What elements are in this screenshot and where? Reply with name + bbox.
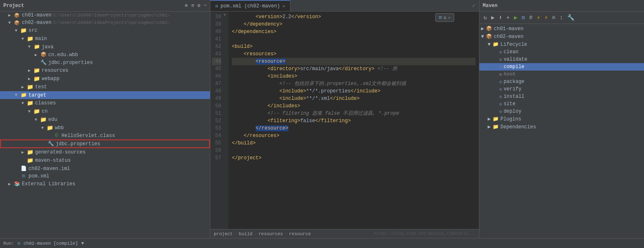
maven-plugins-label: Plugins <box>500 116 521 122</box>
tree-item-ch01-maven[interactable]: ▶ 📦 ch01-maven C:\Users\26090\IdeaProjec… <box>0 12 210 19</box>
tree-item-target[interactable]: ▼ 📁 target <box>0 91 210 99</box>
tree-item-jdbc-props-src[interactable]: 🔧 jdbc.properties <box>0 59 210 66</box>
jdbc-properties-target-icon: 🔧 <box>47 141 54 147</box>
maven-refresh-btn[interactable]: ↻ <box>483 13 488 22</box>
maven-label: ch01-maven <box>494 26 524 32</box>
tree-item-wbb[interactable]: ▼ 📁 wbb <box>0 124 210 132</box>
maven-align-btn[interactable]: ≡ <box>551 14 556 22</box>
maven-gear-install: ⚙ <box>499 94 502 99</box>
minimize-icon[interactable]: — <box>204 2 207 9</box>
tree-item-src[interactable]: ▼ 📁 src <box>0 26 210 35</box>
tree-item-java[interactable]: ▼ 📁 java <box>0 43 210 51</box>
edu-folder-icon: 📁 <box>40 116 47 123</box>
run-arrow[interactable]: ▼ <box>81 241 84 246</box>
code-line-54: </resources> <box>232 132 476 139</box>
breadcrumb-resource[interactable]: resource <box>289 231 311 236</box>
maven-label-2: ch02-maven <box>494 34 524 40</box>
editor-breadcrumb: project › build › resources › resource h… <box>210 229 479 238</box>
code-editor[interactable]: <version>2.2</version> </dependency> </d… <box>229 12 479 229</box>
breadcrumb-project[interactable]: project <box>214 231 233 236</box>
maven-item-site[interactable]: ⚙ site <box>479 100 644 108</box>
tree-item-external-libs[interactable]: ▶ 📚 External Libraries <box>0 180 210 188</box>
maven-verify-label: verify <box>504 86 521 92</box>
maven-deps-label: Dependencies <box>500 124 536 130</box>
tree-item-maven-status[interactable]: 📁 maven-status <box>0 156 210 165</box>
maven-item-ch01-maven[interactable]: ▶ 📦 ch01-maven <box>479 25 644 33</box>
project-tree: ▶ 📦 ch01-maven C:\Users\26090\IdeaProjec… <box>0 12 210 238</box>
tree-item-pom-xml[interactable]: m pom.xml <box>0 172 210 180</box>
locate-icon[interactable]: ⊕ <box>185 2 188 9</box>
tree-item-webapp[interactable]: ▶ 📁 webapp <box>0 75 210 83</box>
project-panel-toolbar: ⊕ ⇈ ⚙ — <box>185 2 207 9</box>
maven-item-clean[interactable]: ⚙ clean <box>479 48 644 56</box>
maven-item-lifecycle[interactable]: ▼ 📁 Lifecycle <box>479 40 644 48</box>
tree-label: ch02-maven <box>22 20 52 26</box>
maven-float-badge[interactable]: m ɢ ✕ <box>435 13 454 22</box>
tab-xml-icon: m <box>215 4 218 9</box>
code-line-57: </project> <box>232 154 476 162</box>
maven-package-label: package <box>504 79 524 85</box>
maven-float-icon: m <box>439 14 442 21</box>
maven-lightning-btn[interactable]: ⚡ <box>536 13 541 22</box>
maven-gear-validate: ⚙ <box>499 57 502 62</box>
maven-item-install[interactable]: ⚙ install <box>479 93 644 100</box>
breadcrumb-resources[interactable]: resources <box>258 231 283 236</box>
maven-install-label: install <box>504 94 524 99</box>
tree-item-helloservlet[interactable]: © HelloServlet.class <box>0 132 210 139</box>
tree-label: maven-status <box>35 158 71 163</box>
maven-item-test[interactable]: ⚙ test <box>479 71 644 78</box>
fold-gutter: ▼ <box>224 12 229 229</box>
tree-item-test[interactable]: ▶ 📁 test <box>0 83 210 91</box>
tree-item-package[interactable]: ▶ 📦 cn.edu.wbb <box>0 51 210 59</box>
maven-gear-deploy: ⚙ <box>499 109 502 114</box>
tree-label: generated-sources <box>35 149 85 155</box>
editor-panel: m pom.xml (ch02-maven) ✕ ✓ m ɢ ✕ 38 39 4… <box>210 0 479 238</box>
tree-item-edu[interactable]: ▼ 📁 edu <box>0 116 210 124</box>
tree-item-classes[interactable]: ▼ 📁 classes <box>0 99 210 107</box>
tree-item-iml[interactable]: 📄 ch02-maven.iml <box>0 165 210 172</box>
main-folder-icon: 📁 <box>26 35 34 42</box>
maven-wrench-btn[interactable]: 🔧 <box>566 13 575 22</box>
maven-download-btn[interactable]: ⬇ <box>498 13 503 22</box>
breadcrumb-build[interactable]: build <box>239 231 252 236</box>
maven-status-icon: 📁 <box>26 157 34 164</box>
tree-item-cn[interactable]: ▼ 📁 cn <box>0 107 210 116</box>
maven-item-deploy[interactable]: ⚙ deploy <box>479 108 644 115</box>
iml-file-icon: 📄 <box>20 165 27 172</box>
maven-item-plugins[interactable]: ▶ 📁 Plugins <box>479 115 644 123</box>
tab-close-button[interactable]: ✕ <box>283 4 285 9</box>
tab-pom-xml[interactable]: m pom.xml (ch02-maven) ✕ <box>210 0 290 11</box>
maven-item-package[interactable]: ⚙ package <box>479 78 644 85</box>
tree-item-ch02-maven[interactable]: ▼ 📦 ch02-maven C:\Users\26090\IdeaProjec… <box>0 19 210 26</box>
tree-item-generated-sources[interactable]: ▶ 📁 generated-sources <box>0 148 210 156</box>
maven-item-validate[interactable]: ⚙ validate <box>479 56 644 63</box>
maven-hash-btn[interactable]: # <box>528 14 533 22</box>
maven-deploy-label: deploy <box>504 109 521 114</box>
cn-folder-icon: 📁 <box>33 108 40 115</box>
tree-item-resources[interactable]: ▶ 📁 resources <box>0 66 210 75</box>
maven-m-btn[interactable]: m <box>521 14 526 22</box>
arrow-ch02-maven: ▼ <box>8 21 13 25</box>
tree-label: webapp <box>42 76 59 82</box>
settings-icon[interactable]: ⚙ <box>198 2 201 9</box>
tree-label: edu <box>48 117 57 123</box>
maven-item-verify[interactable]: ⚙ verify <box>479 85 644 93</box>
maven-add-btn[interactable]: + <box>505 14 510 22</box>
tree-item-main[interactable]: ▼ 📁 main <box>0 35 210 43</box>
maven-execute-btn[interactable]: ▶ <box>513 13 518 22</box>
generated-sources-icon: 📁 <box>26 149 34 156</box>
code-line-53: </resource> <box>232 125 476 132</box>
breadcrumb-url: https://blog.csdn.net/weixin_/jdbcUtil..… <box>374 231 476 236</box>
maven-item-ch02-maven[interactable]: ▼ 📦 ch02-maven <box>479 33 644 40</box>
maven-lightning2-btn[interactable]: ⚡ <box>543 13 548 22</box>
properties-file-icon: 🔧 <box>40 59 47 66</box>
collapse-icon[interactable]: ⇈ <box>191 2 194 9</box>
maven-item-compile[interactable]: ⚙ compile <box>479 63 644 71</box>
src-folder-icon: 📁 <box>20 27 27 34</box>
tree-item-jdbc-props-target[interactable]: 🔧 jdbc.properties <box>0 139 210 148</box>
maven-float-close[interactable]: ✕ <box>448 15 451 20</box>
maven-sort-btn[interactable]: ↕ <box>559 14 564 22</box>
run-module: ch02-maven [compile] <box>24 241 78 246</box>
maven-run-btn[interactable]: ▶ <box>490 13 495 22</box>
maven-item-dependencies[interactable]: ▶ 📁 Dependencies <box>479 123 644 131</box>
